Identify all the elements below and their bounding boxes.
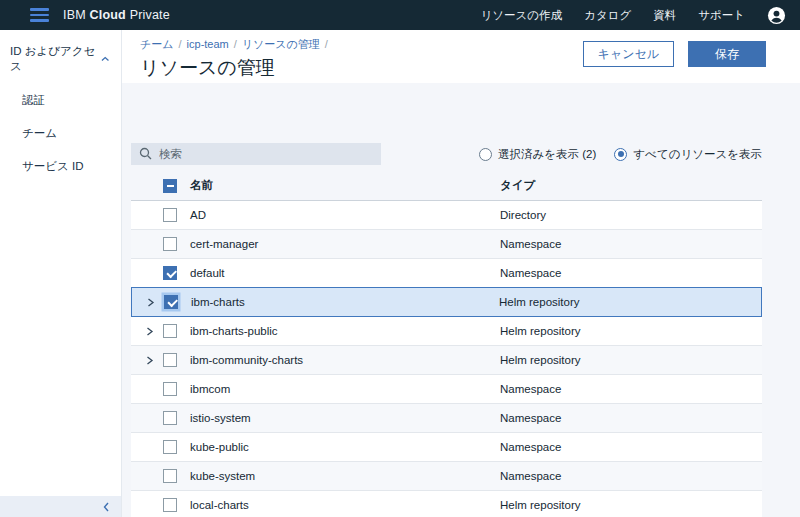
filter-radio-group: 選択済みを表示 (2) すべてのリソースを表示: [479, 147, 762, 162]
resource-name: ibm-community-charts: [190, 354, 500, 366]
cancel-button[interactable]: キャンセル: [583, 41, 674, 67]
hamburger-menu-icon[interactable]: [30, 5, 49, 25]
table-header: 名前 タイプ: [131, 171, 762, 201]
chevron-right-icon[interactable]: [145, 327, 154, 336]
row-checkbox[interactable]: [163, 237, 177, 251]
chevron-left-icon: [103, 502, 109, 512]
brand-title: IBM Cloud Private: [63, 8, 170, 22]
row-checkbox[interactable]: [163, 208, 177, 222]
resource-name: default: [190, 267, 500, 279]
nav-docs[interactable]: 資料: [653, 8, 676, 23]
resource-name: AD: [190, 209, 500, 221]
row-checkbox[interactable]: [163, 469, 177, 483]
sidebar-item-teams[interactable]: チーム: [0, 117, 121, 150]
chevron-up-icon: [101, 56, 109, 62]
resource-type: Helm repository: [499, 296, 761, 308]
resource-type: Namespace: [500, 441, 762, 453]
breadcrumb-separator: /: [234, 38, 237, 50]
resource-type: Namespace: [500, 238, 762, 250]
row-checkbox[interactable]: [163, 498, 177, 512]
chevron-right-icon[interactable]: [146, 298, 155, 307]
radio-show-selected[interactable]: 選択済みを表示 (2): [479, 147, 596, 162]
sidebar-collapse-button[interactable]: [0, 496, 121, 517]
row-checkbox[interactable]: [163, 382, 177, 396]
table-row[interactable]: ibm-chartsHelm repository: [131, 287, 762, 317]
row-checkbox[interactable]: [163, 440, 177, 454]
resource-name: ibm-charts-public: [190, 325, 500, 337]
app-header: IBM Cloud Private リソースの作成 カタログ 資料 サポート: [0, 0, 800, 30]
title-band: チーム/icp-team/リソースの管理/ リソースの管理 キャンセル 保存: [122, 30, 800, 83]
resource-name: kube-system: [190, 470, 500, 482]
nav-create-resource[interactable]: リソースの作成: [481, 8, 563, 23]
row-checkbox[interactable]: [163, 324, 177, 338]
table-row[interactable]: ibmcomNamespace: [131, 375, 762, 404]
resource-type: Namespace: [500, 412, 762, 424]
table-row[interactable]: kube-publicNamespace: [131, 433, 762, 462]
sidebar-section-label: ID およびアクセス: [10, 44, 101, 74]
search-input[interactable]: [131, 143, 381, 165]
content: 選択済みを表示 (2) すべてのリソースを表示 名前 タイプ ADDirecto…: [131, 143, 762, 517]
column-header-type: タイプ: [500, 178, 762, 193]
nav-catalog[interactable]: カタログ: [584, 8, 631, 23]
table-row[interactable]: cert-managerNamespace: [131, 230, 762, 259]
select-all-checkbox[interactable]: [163, 179, 177, 193]
row-expand-cell: [146, 298, 164, 307]
table-row[interactable]: local-chartsHelm repository: [131, 491, 762, 517]
radio-button-icon[interactable]: [479, 148, 492, 161]
table-row[interactable]: istio-systemNamespace: [131, 404, 762, 433]
table-row[interactable]: ibm-community-chartsHelm repository: [131, 346, 762, 375]
row-expand-cell: [145, 356, 163, 365]
row-checkbox[interactable]: [163, 266, 177, 280]
resource-type: Helm repository: [500, 354, 762, 366]
header-nav: リソースの作成 カタログ 資料 サポート: [481, 6, 800, 25]
sidebar-item-service-ids[interactable]: サービス ID: [0, 150, 121, 183]
table-row[interactable]: kube-systemNamespace: [131, 462, 762, 491]
table-row[interactable]: ibm-charts-publicHelm repository: [131, 317, 762, 346]
resource-name: cert-manager: [190, 238, 500, 250]
action-buttons: キャンセル 保存: [583, 41, 766, 67]
resource-type: Namespace: [500, 470, 762, 482]
resources-table: 名前 タイプ ADDirectorycert-managerNamespaced…: [131, 171, 762, 517]
resource-name: ibmcom: [190, 383, 500, 395]
row-expand-cell: [145, 327, 163, 336]
row-checkbox[interactable]: [163, 411, 177, 425]
radio-show-selected-label: 選択済みを表示 (2): [498, 147, 596, 162]
nav-support[interactable]: サポート: [698, 8, 745, 23]
table-body: ADDirectorycert-managerNamespacedefaultN…: [131, 201, 762, 517]
user-avatar-icon[interactable]: [767, 6, 786, 25]
toolbar: 選択済みを表示 (2) すべてのリソースを表示: [131, 143, 762, 165]
radio-show-all-label: すべてのリソースを表示: [633, 147, 762, 162]
resource-type: Namespace: [500, 267, 762, 279]
resource-type: Helm repository: [500, 325, 762, 337]
table-row[interactable]: defaultNamespace: [131, 259, 762, 288]
resource-name: local-charts: [190, 499, 500, 511]
breadcrumb-manage-resources[interactable]: リソースの管理: [242, 38, 320, 50]
breadcrumb-separator: /: [325, 38, 328, 50]
resource-type: Namespace: [500, 383, 762, 395]
search-icon: [139, 147, 153, 161]
row-checkbox[interactable]: [163, 353, 177, 367]
radio-show-all[interactable]: すべてのリソースを表示: [614, 147, 762, 162]
sidebar-item-auth[interactable]: 認証: [0, 84, 121, 117]
resource-name: istio-system: [190, 412, 500, 424]
save-button[interactable]: 保存: [688, 41, 766, 67]
sidebar-section-id-access[interactable]: ID およびアクセス: [0, 30, 121, 84]
breadcrumb-teams[interactable]: チーム: [140, 38, 174, 50]
table-row[interactable]: ADDirectory: [131, 201, 762, 230]
breadcrumb-icp-team[interactable]: icp-team: [187, 38, 229, 50]
resource-name: ibm-charts: [191, 296, 499, 308]
row-checkbox[interactable]: [164, 295, 178, 309]
sidebar: ID およびアクセス 認証 チーム サービス ID: [0, 30, 122, 517]
resource-type: Helm repository: [500, 499, 762, 511]
main-content: チーム/icp-team/リソースの管理/ リソースの管理 キャンセル 保存 選…: [122, 30, 800, 517]
chevron-right-icon[interactable]: [145, 356, 154, 365]
radio-button-icon-selected[interactable]: [614, 148, 627, 161]
breadcrumb-separator: /: [179, 38, 182, 50]
search-box: [131, 143, 381, 165]
resource-type: Directory: [500, 209, 762, 221]
resource-name: kube-public: [190, 441, 500, 453]
column-header-name: 名前: [190, 178, 500, 193]
